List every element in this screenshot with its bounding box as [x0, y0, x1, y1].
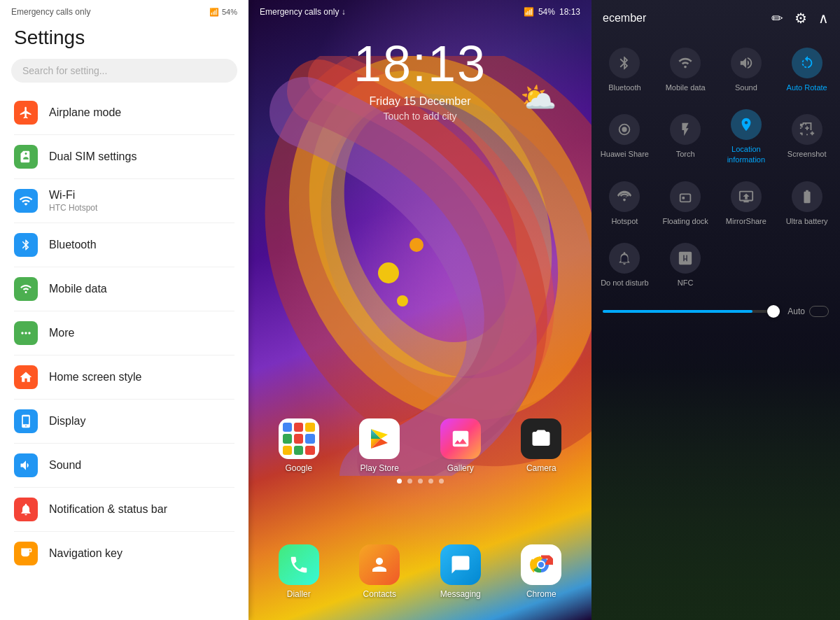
messaging-label: Messaging: [440, 589, 481, 599]
wifi-info: Wi-Fi HTC Hotspot: [49, 189, 97, 213]
notification-label: Notification & status bar: [49, 503, 167, 516]
qs-huaweishare-label: Huawei Share: [601, 149, 649, 159]
qs-tile-torch[interactable]: Torch: [655, 99, 716, 171]
qs-blurred-bg: [592, 340, 840, 620]
qs-torch-icon: [670, 114, 701, 145]
dot-3: [418, 479, 423, 484]
camera-icon: [521, 418, 561, 459]
qs-mobiledata-label: Mobile data: [666, 83, 706, 92]
phone-date: Friday 15 December: [248, 95, 592, 108]
qs-month: ecember: [603, 12, 646, 24]
chrome-label: Chrome: [526, 589, 556, 599]
qs-mirrorshare-label: MirrorShare: [726, 216, 766, 226]
settings-item-notification[interactable]: Notification & status bar: [0, 488, 248, 531]
gallery-label: Gallery: [447, 463, 474, 473]
app-contacts[interactable]: Contacts: [344, 544, 416, 599]
more-label: More: [49, 327, 74, 339]
svg-point-4: [410, 238, 424, 252]
dot-5: [439, 479, 444, 484]
app-messaging[interactable]: Messaging: [424, 544, 497, 599]
qs-tile-screenshot[interactable]: Screenshot: [776, 99, 837, 171]
qs-floatingdock-label: Floating dock: [662, 216, 708, 226]
battery-text: 54%: [222, 8, 237, 16]
app-playstore[interactable]: Play Store: [344, 418, 416, 473]
qs-tile-bluetooth[interactable]: Bluetooth: [594, 38, 655, 99]
settings-item-wifi[interactable]: Wi-Fi HTC Hotspot: [0, 179, 248, 223]
brightness-track[interactable]: [603, 310, 779, 313]
qs-tile-sound[interactable]: Sound: [716, 38, 777, 99]
qs-settings-icon[interactable]: ⚙: [794, 10, 807, 27]
playstore-label: Play Store: [360, 463, 399, 473]
contacts-icon: [359, 544, 400, 585]
phone-dock: Dialler Contacts Messaging: [248, 544, 592, 599]
qs-mobiledata-icon: [670, 48, 701, 78]
camera-label: Camera: [526, 463, 556, 473]
settings-search[interactable]: Search for setting...: [11, 59, 237, 83]
qs-sound-label: Sound: [735, 83, 757, 92]
settings-item-airplane[interactable]: Airplane mode: [0, 91, 248, 134]
qs-tile-donotdisturb[interactable]: Do not disturb: [594, 233, 655, 295]
phone-wifi-icon: 📶: [524, 7, 534, 17]
app-dialler[interactable]: Dialler: [262, 544, 335, 599]
app-google[interactable]: Google: [262, 418, 335, 473]
qs-tile-location[interactable]: Locationinformation: [716, 99, 777, 171]
qs-tiles-grid: Bluetooth Mobile data Sound Auto Rotate: [592, 32, 840, 300]
qs-tile-mobiledata[interactable]: Mobile data: [655, 38, 716, 99]
messaging-icon: [440, 544, 481, 585]
qs-tile-autorotate[interactable]: Auto Rotate: [776, 38, 837, 99]
auto-brightness-toggle[interactable]: [809, 306, 829, 317]
settings-item-homescreen[interactable]: Home screen style: [0, 355, 248, 399]
qs-tile-hotspot[interactable]: Hotspot: [594, 171, 655, 233]
homescreen-label: Home screen style: [49, 371, 142, 383]
dot-1: [397, 479, 402, 484]
dot-2: [407, 479, 412, 484]
quick-settings-panel: ecember ✏ ⚙ ∧ Bluetooth Mobile data: [592, 0, 840, 620]
g4: [283, 434, 292, 443]
brightness-fill: [603, 310, 752, 313]
g9: [305, 446, 314, 455]
settings-panel: Emergency calls only 📶 54% Settings Sear…: [0, 0, 248, 620]
qs-edit-icon[interactable]: ✏: [771, 10, 783, 27]
phone-apps-row: Google: [248, 418, 592, 473]
svg-rect-16: [680, 194, 691, 202]
settings-status-icons: 📶 54%: [209, 8, 237, 17]
settings-item-sound[interactable]: Sound: [0, 444, 248, 487]
mobiledata-label: Mobile data: [49, 283, 107, 295]
sound-label: Sound: [49, 459, 81, 472]
brightness-thumb[interactable]: [767, 305, 780, 318]
settings-item-display[interactable]: Display: [0, 400, 248, 443]
settings-item-bluetooth[interactable]: Bluetooth: [0, 223, 248, 267]
svg-point-15: [622, 127, 627, 132]
qs-sound-icon: [731, 48, 762, 78]
qs-tile-floatingdock[interactable]: Floating dock: [655, 171, 716, 233]
g6: [305, 434, 314, 443]
g8: [294, 446, 303, 455]
qs-tile-nfc[interactable]: NFC: [655, 233, 716, 295]
dot-4: [428, 479, 433, 484]
app-chrome[interactable]: Chrome: [505, 544, 578, 599]
qs-hotspot-label: Hotspot: [611, 216, 638, 226]
settings-item-mobiledata[interactable]: Mobile data: [0, 267, 248, 311]
phone-city-prompt[interactable]: Touch to add city: [248, 111, 592, 122]
settings-item-navkey[interactable]: Navigation key: [0, 532, 248, 575]
qs-location-label: Locationinformation: [727, 144, 765, 164]
wifi-sub: HTC Hotspot: [49, 203, 97, 213]
qs-nfc-label: NFC: [678, 278, 694, 288]
qs-donotdisturb-icon: [609, 243, 640, 274]
app-camera[interactable]: Camera: [505, 418, 578, 473]
settings-item-more[interactable]: More: [0, 311, 248, 355]
qs-tile-huaweishare[interactable]: Huawei Share: [594, 99, 655, 171]
display-icon: [14, 409, 38, 433]
settings-status-bar: Emergency calls only 📶 54%: [0, 0, 248, 21]
qs-tile-ultrabattery[interactable]: Ultra battery: [776, 171, 837, 233]
app-gallery[interactable]: Gallery: [424, 418, 497, 473]
brightness-auto: Auto: [788, 306, 829, 317]
qs-huaweishare-icon: [609, 114, 640, 145]
homescreen-icon: [14, 365, 38, 389]
qs-collapse-icon[interactable]: ∧: [818, 10, 829, 27]
gallery-icon: [440, 418, 481, 459]
qs-tile-mirrorshare[interactable]: MirrorShare: [716, 171, 777, 233]
contacts-label: Contacts: [363, 589, 396, 599]
settings-item-sim[interactable]: Dual SIM settings: [0, 135, 248, 178]
display-label: Display: [49, 415, 85, 428]
